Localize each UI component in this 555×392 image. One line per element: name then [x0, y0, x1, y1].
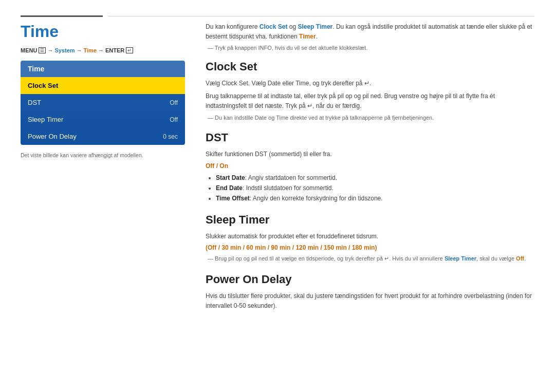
- cs-p1-or: eller: [281, 80, 295, 87]
- power-on-delay-title: Power On Delay: [206, 273, 534, 286]
- sleep-note-off: Off: [516, 255, 524, 262]
- cs-p1-time: Time: [295, 80, 309, 87]
- intro-text-end: .: [316, 33, 318, 40]
- dst-bullet-3: Time Offset: Angiv den korrekte forskydn…: [216, 193, 534, 203]
- power-on-delay-label: Power On Delay: [28, 133, 77, 140]
- menu-item-dst[interactable]: DST Off: [21, 94, 185, 111]
- right-column: Du kan konfigurere Clock Set og Sleep Ti…: [206, 22, 534, 320]
- intro-text-before: Du kan konfigurere: [206, 23, 260, 30]
- left-column: Time MENU ☰ → System → Time → ENTER ↵ Ti…: [21, 22, 185, 320]
- sleep-timer-options: (Off / 30 min / 60 min / 90 min / 120 mi…: [206, 244, 534, 251]
- tv-menu-panel: Time Clock Set DST Off Sleep Timer Off P…: [21, 61, 185, 145]
- enter-icon: ↵: [126, 47, 133, 53]
- dst-section: DST Skifter funktionen DST (sommertid) t…: [206, 131, 534, 203]
- dst-bullet-1: Start Date: Angiv startdatoen for sommer…: [216, 173, 534, 183]
- intro-note: Tryk på knappen INFO, hvis du vil se det…: [206, 45, 534, 51]
- arrow1: →: [47, 47, 53, 53]
- cs-note-time: Time: [276, 115, 288, 121]
- clock-set-note: Du kan indstille Date og Time direkte ve…: [206, 114, 534, 122]
- dst-bullet-2: End Date: Indstil slutdatoen for sommert…: [216, 183, 534, 193]
- intro-paragraph: Du kan konfigurere Clock Set og Sleep Ti…: [206, 22, 534, 42]
- sleep-timer-value: Off: [170, 116, 178, 123]
- dst-value: Off: [170, 99, 178, 106]
- dst-bullet-list: Start Date: Angiv startdatoen for sommer…: [206, 173, 534, 204]
- dst-start-date: Start Date: [216, 174, 245, 181]
- page-container: Time MENU ☰ → System → Time → ENTER ↵ Ti…: [0, 0, 555, 392]
- menu-item-power-on-delay[interactable]: Power On Delay 0 sec: [21, 128, 185, 145]
- intro-clock-set: Clock Set: [260, 23, 288, 30]
- clock-set-para1: Vælg Clock Set. Vælg Date eller Time, og…: [206, 79, 534, 88]
- cs-p1-date: Date: [268, 80, 281, 87]
- enter-label: ENTER: [105, 47, 124, 53]
- menu-item-sleep-timer[interactable]: Sleep Timer Off: [21, 111, 185, 128]
- dst-end-date: End Date: [216, 184, 243, 192]
- menu-item-clock-set[interactable]: Clock Set: [21, 77, 185, 94]
- menu-path: MENU ☰ → System → Time → ENTER ↵: [21, 47, 185, 53]
- power-on-delay-value: 0 sec: [163, 133, 178, 140]
- top-line-light: [108, 16, 534, 16]
- dst-off-on: Off / On: [206, 162, 534, 170]
- cs-note-date: Date: [255, 115, 267, 121]
- dst-label: DST: [28, 99, 41, 106]
- dst-para1: Skifter funktionen DST (sommertid) til e…: [206, 150, 534, 159]
- menu-icon: ☰: [39, 47, 46, 53]
- main-content: Time MENU ☰ → System → Time → ENTER ↵ Ti…: [0, 22, 555, 320]
- dst-title: DST: [206, 131, 534, 144]
- intro-timer: Timer: [299, 33, 316, 40]
- top-line: [0, 15, 555, 17]
- intro-text-mid1: og: [287, 23, 298, 30]
- cs-p1-mid: . Vælg: [248, 80, 268, 87]
- cs-p1-end: , og tryk derefter på ↵.: [309, 80, 371, 87]
- system-label: System: [54, 47, 75, 53]
- time-label: Time: [84, 47, 97, 53]
- sleep-timer-para1: Slukker automatisk for produktet efter e…: [206, 232, 534, 241]
- clock-set-para2: Brug talknapperne til at indtaste tal, e…: [206, 91, 534, 111]
- tv-menu-header: Time: [21, 61, 185, 77]
- power-on-delay-para1: Hvis du tilslutter flere produkter, skal…: [206, 291, 534, 311]
- menu-label: MENU: [21, 47, 37, 53]
- arrow3: →: [98, 47, 104, 53]
- arrow2: →: [77, 47, 82, 53]
- sleep-timer-note: Brug pil op og pil ned til at vælge en t…: [206, 254, 534, 264]
- sleep-timer-section: Sleep Timer Slukker automatisk for produ…: [206, 213, 534, 264]
- cs-p1-term: Clock Set: [221, 80, 248, 87]
- sleep-timer-label: Sleep Timer: [28, 116, 63, 123]
- sleep-timer-title: Sleep Timer: [206, 213, 534, 227]
- page-title: Time: [21, 22, 185, 41]
- image-note: Det viste billede kan variere afhængigt …: [21, 152, 185, 158]
- clock-set-section: Clock Set Vælg Clock Set. Vælg Date elle…: [206, 60, 534, 122]
- cs-p1-before: Vælg: [206, 80, 221, 87]
- clock-set-title: Clock Set: [206, 60, 534, 73]
- sleep-note-term: Sleep Timer: [445, 255, 476, 262]
- clock-set-label: Clock Set: [28, 82, 58, 89]
- top-line-dark: [21, 15, 103, 17]
- dst-time-offset: Time Offset: [216, 195, 250, 202]
- intro-sleep-timer: Sleep Timer: [298, 23, 332, 30]
- power-on-delay-section: Power On Delay Hvis du tilslutter flere …: [206, 273, 534, 311]
